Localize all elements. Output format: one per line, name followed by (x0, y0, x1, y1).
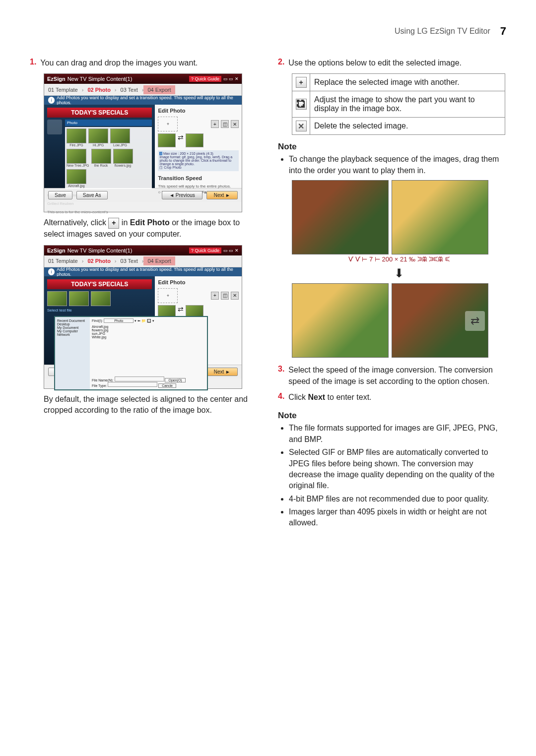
tab-export[interactable]: 04 Export (143, 256, 175, 265)
header-section: Using LG EzSign TV Editor (395, 27, 490, 36)
sidebar-item[interactable]: Desktop (57, 322, 88, 326)
menu-hint: This area is for the micro-content's (47, 210, 152, 214)
plus-icon: + (108, 218, 119, 229)
sidebar-item[interactable]: Network (57, 333, 88, 336)
screenshot-file-dialog: EzSign New TV Simple Content(1) ? Quick … (44, 245, 242, 389)
table-row: ✕ Delete the selected image. (292, 118, 505, 135)
note-item: Images larger than 4095 pixels in width … (289, 506, 506, 529)
file-item[interactable]: flowers.jpg (92, 328, 205, 332)
alternative-text: Alternatively, click + in Edit Photo or … (44, 217, 258, 240)
thumb-label: New Tree.JPG (67, 164, 89, 167)
ezsign-logo: EzSign (47, 248, 66, 253)
food-caption: Ѵ Ѵ ⊢ 7 ⊢ 200 × 21 ‰ ᙐᙜ ᙐᙓᙜ ᙓ (292, 255, 506, 263)
quick-guide-button[interactable]: ? Quick Guide (189, 76, 221, 82)
previous-button[interactable]: ◄ Previous (162, 191, 202, 199)
step4-text: Click Next to enter text. (288, 392, 371, 403)
food-image-pasta (392, 180, 488, 254)
tab-template[interactable]: 01 Template (44, 256, 82, 265)
thumb-label: Fire.JPG (67, 143, 86, 147)
hint-size: Max size : 200 × 210 pixels (4:3) (163, 152, 213, 155)
ezsign-logo: EzSign (47, 76, 66, 82)
edit-photo-title: Edit Photo (158, 279, 239, 285)
right-column: 2. Use the options below to edit the sel… (278, 58, 506, 531)
note-item: Selected GIF or BMP files are automatica… (289, 447, 506, 492)
tab-photo[interactable]: 02 Photo (83, 85, 114, 94)
page-number: 7 (500, 25, 506, 38)
note-list: To change the playback sequence of the i… (289, 154, 506, 176)
dialog-title: Select test file (47, 308, 152, 313)
crop-photo-link[interactable]: Crop Photo (164, 166, 181, 169)
instruction-text: Add Photos you want to display and set a… (57, 267, 238, 277)
note-item: 4-bit BMP files are not recommended due … (289, 494, 506, 504)
default-behavior-text: By default, the image selected is aligne… (44, 394, 258, 416)
step2-text: Use the options below to edit the select… (288, 58, 462, 68)
table-row: Adjust the image to show the part you wa… (292, 91, 505, 118)
specials-banner: TODAY'S SPECIALS (47, 279, 152, 289)
plus-icon: + (296, 77, 307, 88)
hint-format: Image format: gif, jpeg, png, bmp, wmf).… (159, 155, 232, 166)
thumb-label: the Rock (91, 164, 111, 167)
tab-photo[interactable]: 02 Photo (83, 256, 114, 265)
file-open-dialog: Recent Document Desktop My Document My C… (54, 316, 208, 390)
photo-window-title: Photo (67, 121, 77, 125)
tab-template[interactable]: 01 Template (44, 85, 82, 94)
edit-photo-title: Edit Photo (158, 108, 239, 114)
quick-guide-button[interactable]: ? Quick Guide (189, 248, 221, 253)
delete-icon: ✕ (296, 121, 307, 131)
find-label: Find(I): (92, 319, 103, 322)
tab-text[interactable]: 03 Text (117, 85, 142, 94)
sidebar-item[interactable]: My Computer (57, 329, 88, 333)
option-text: Delete the selected image. (310, 118, 505, 135)
step4-num: 4. (278, 392, 284, 401)
window-title: New TV Simple Content(1) (67, 76, 133, 82)
arrow-down-icon: ⬇ (292, 266, 506, 280)
specials-banner: TODAY'S SPECIALS (47, 108, 152, 118)
note-heading: Note (278, 142, 506, 152)
filename-label: File Name(N): (92, 378, 114, 382)
thumb-label: Aircraft.jpg (67, 184, 86, 188)
next-button[interactable]: Next ► (206, 368, 238, 376)
transition-text: This speed will apply to the entire phot… (158, 184, 239, 189)
thumb-label: Hi.JPG (88, 143, 108, 147)
sidebar-item[interactable]: My Document (57, 326, 88, 329)
note-heading: Note (278, 411, 506, 421)
food-image-pasta (292, 283, 389, 358)
file-item[interactable]: White.jpg (92, 335, 205, 339)
window-title: New TV Simple Content(1) (67, 248, 133, 253)
step1-num: 1. (30, 58, 36, 66)
step1-text: You can drag and drop the images you wan… (40, 58, 198, 68)
step2-num: 2. (278, 58, 284, 66)
swap-icon: ⇄ (465, 311, 485, 331)
step3-text: Select the speed of the image conversion… (288, 365, 506, 387)
thumb-label: Low.JPG (110, 143, 130, 147)
folder-dropdown[interactable]: Photo (104, 318, 134, 323)
note-item: To change the playback sequence of the i… (289, 154, 506, 176)
reorder-illustration: Ѵ Ѵ ⊢ 7 ⊢ 200 × 21 ‰ ᙐᙜ ᙐᙓᙜ ᙓ ⬇ ⇄ (292, 180, 506, 358)
option-text: Adjust the image to show the part you wa… (310, 91, 505, 118)
option-text: Replace the selected image with another. (310, 74, 505, 91)
filetype-label: File Type: (92, 384, 107, 387)
save-as-button[interactable]: Save As (76, 191, 108, 199)
thumb-label: flowers.jpg (113, 164, 133, 167)
edit-options-table: + Replace the selected image with anothe… (292, 73, 505, 135)
table-row: + Replace the selected image with anothe… (292, 74, 505, 91)
step3-num: 3. (278, 365, 284, 374)
tab-text[interactable]: 03 Text (117, 256, 142, 265)
cancel-button[interactable]: Cancle (158, 383, 176, 388)
sidebar-item[interactable]: Recent Document (57, 319, 88, 322)
next-button[interactable]: Next ► (206, 191, 238, 199)
file-item[interactable]: sun.JPG (92, 332, 205, 335)
food-image-steak (292, 180, 389, 254)
filename-input[interactable] (115, 377, 164, 381)
menu-item-2: Grilled Reuben (47, 201, 152, 206)
tab-export[interactable]: 04 Export (143, 85, 175, 94)
crop-icon (296, 99, 307, 110)
save-button[interactable]: Save (48, 191, 72, 199)
left-column: 1. You can drag and drop the images you … (30, 58, 258, 531)
filetype-dropdown[interactable] (108, 382, 157, 387)
transition-title: Transition Speed (158, 175, 239, 181)
note-item: The file formats supported for images ar… (289, 423, 506, 445)
note-list: The file formats supported for images ar… (289, 423, 506, 529)
file-item[interactable]: Aircraft.jpg (92, 325, 205, 328)
food-image-steak: ⇄ (392, 283, 488, 358)
